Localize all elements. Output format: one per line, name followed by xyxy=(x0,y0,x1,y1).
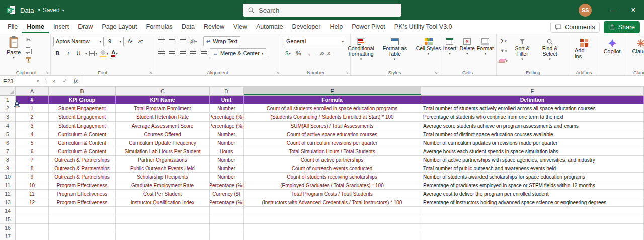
menu-tab-help[interactable]: Help xyxy=(325,21,347,33)
cell-A9[interactable]: 8 xyxy=(16,164,49,173)
cell-B6[interactable]: Curriculum & Content xyxy=(49,139,116,147)
cell-C4[interactable]: Average Assessment Score xyxy=(116,122,210,130)
accounting-format-button[interactable]: $▾ xyxy=(284,49,292,58)
menu-tab-data[interactable]: Data xyxy=(177,21,199,33)
align-right-button[interactable] xyxy=(178,49,187,58)
cell-E2[interactable]: Count of all students enrolled in space … xyxy=(244,104,421,113)
cell-E13[interactable]: (Instructors with Advanced Credentials /… xyxy=(244,198,421,207)
cell-D11[interactable]: Percentage (%) xyxy=(210,181,244,190)
insert-function-button[interactable]: fx xyxy=(70,77,82,85)
cell-A14[interactable] xyxy=(16,207,49,215)
cell-B17[interactable] xyxy=(49,232,116,240)
cell-E11[interactable]: (Employed Graduates / Total Graduates) *… xyxy=(244,181,421,190)
cell-B14[interactable] xyxy=(49,207,116,215)
cell-E6[interactable]: Count of curriculum revisions per quarte… xyxy=(244,139,421,147)
column-header-C[interactable]: C xyxy=(116,87,210,96)
cell-A13[interactable]: 12 xyxy=(16,198,49,207)
share-button[interactable]: Share xyxy=(604,21,640,33)
cell-D17[interactable] xyxy=(210,232,244,240)
row-header-6[interactable]: 6 xyxy=(0,139,16,147)
cell-F15[interactable] xyxy=(421,215,644,224)
increase-decimal-button[interactable]: ←.0 xyxy=(315,49,324,58)
column-header-A[interactable]: A xyxy=(16,87,49,96)
cell-E14[interactable] xyxy=(244,207,421,215)
cell-A17[interactable] xyxy=(16,232,49,240)
menu-tab-draw[interactable]: Draw xyxy=(73,21,97,33)
cell-E15[interactable] xyxy=(244,215,421,224)
cell-A3[interactable]: 2 xyxy=(16,113,49,122)
enter-button[interactable]: ✓ xyxy=(59,78,70,84)
alignment-dialog-launcher[interactable]: ↘ xyxy=(276,70,279,75)
cell-A8[interactable]: 7 xyxy=(16,156,49,164)
menu-tab-page-layout[interactable]: Page Layout xyxy=(97,21,141,33)
cell-F12[interactable]: Average cost to deliver the program per … xyxy=(421,190,644,198)
cell-B7[interactable]: Curriculum & Content xyxy=(49,147,116,156)
cell-D3[interactable]: Percentage (%) xyxy=(210,113,244,122)
borders-button[interactable]: ▾ xyxy=(89,49,98,58)
cell-C7[interactable]: Simulation Lab Hours Per Student xyxy=(116,147,210,156)
number-format-combobox[interactable]: General ▾ xyxy=(284,37,346,46)
cell-E12[interactable]: Total Program Costs / Total Students xyxy=(244,190,421,198)
clear-button[interactable]: ▾ xyxy=(499,56,508,65)
column-header-F[interactable]: F xyxy=(421,87,644,96)
cell-D6[interactable]: Number xyxy=(210,139,244,147)
copilot-button[interactable]: Copilot xyxy=(601,38,623,55)
paste-button[interactable]: Paste ▾ xyxy=(5,35,23,64)
menu-tab-insert[interactable]: Insert xyxy=(49,21,73,33)
cut-button[interactable]: ✂ xyxy=(24,35,33,44)
cell-D9[interactable]: Number xyxy=(210,164,244,173)
menu-tab-power-pivot[interactable]: Power Pivot xyxy=(347,21,390,33)
cell-C12[interactable]: Cost Per Student xyxy=(116,190,210,198)
cell-C9[interactable]: Public Outreach Events Held xyxy=(116,164,210,173)
cell-A10[interactable]: 9 xyxy=(16,173,49,181)
wrap-text-button[interactable]: ↵ Wrap Text xyxy=(203,36,240,46)
avatar[interactable]: SS xyxy=(579,4,592,17)
orientation-button[interactable]: ab▾ xyxy=(189,37,197,46)
row-header-14[interactable]: 14 xyxy=(0,207,16,215)
cell-D12[interactable]: Currency ($) xyxy=(210,190,244,198)
cell-F7[interactable]: Average hours each student spends in spa… xyxy=(421,147,644,156)
cell-D8[interactable]: Number xyxy=(210,156,244,164)
align-left-button[interactable] xyxy=(157,49,166,58)
menu-tab-formulas[interactable]: Formulas xyxy=(142,21,177,33)
cell-E5[interactable]: Count of active space education courses xyxy=(244,130,421,139)
document-title[interactable]: Data xyxy=(20,7,34,14)
align-bottom-button[interactable] xyxy=(178,37,187,46)
cell-C2[interactable]: Total Program Enrollment xyxy=(116,104,210,113)
decrease-indent-button[interactable] xyxy=(189,49,197,58)
menu-tab-developer[interactable]: Developer xyxy=(287,21,325,33)
cell-B4[interactable]: Student Engagement xyxy=(49,122,116,130)
cell-A5[interactable]: 4 xyxy=(16,130,49,139)
cell-B10[interactable]: Outreach & Partnerships xyxy=(49,173,116,181)
row-header-12[interactable]: 12 xyxy=(0,190,16,198)
cell-D16[interactable] xyxy=(210,224,244,232)
row-header-13[interactable]: 13 xyxy=(0,198,16,207)
row-header-17[interactable]: 17 xyxy=(0,232,16,240)
cell-E16[interactable] xyxy=(244,224,421,232)
font-dialog-launcher[interactable]: ↘ xyxy=(149,70,152,75)
cell-C3[interactable]: Student Retention Rate xyxy=(116,113,210,122)
insert-cells-button[interactable]: Insert ▾ xyxy=(442,38,458,55)
menu-tab-home[interactable]: Home xyxy=(22,21,49,33)
row-header-7[interactable]: 7 xyxy=(0,147,16,156)
fill-button[interactable]: ▼▾ xyxy=(499,46,508,55)
cell-C13[interactable]: Instructor Qualification Index xyxy=(116,198,210,207)
cell-E10[interactable]: Count of students receiving scholarships xyxy=(244,173,421,181)
cell-E1[interactable]: Formula xyxy=(244,96,421,104)
cell-F9[interactable]: Total number of public outreach and awar… xyxy=(421,164,644,173)
cell-D1[interactable]: Unit xyxy=(210,96,244,104)
format-as-table-button[interactable]: Format as Table ▾ xyxy=(379,38,411,61)
cell-B15[interactable] xyxy=(49,215,116,224)
cell-C11[interactable]: Graduate Employment Rate xyxy=(116,181,210,190)
cell-B12[interactable]: Program Effectiveness xyxy=(49,190,116,198)
cell-B9[interactable]: Outreach & Partnerships xyxy=(49,164,116,173)
cell-A6[interactable]: 5 xyxy=(16,139,49,147)
cell-F1[interactable]: Definition xyxy=(421,96,644,104)
font-size-combobox[interactable]: 9 ▾ xyxy=(106,37,124,46)
cancel-button[interactable]: × xyxy=(48,78,59,84)
column-header-D[interactable]: D xyxy=(210,87,244,96)
italic-button[interactable]: I xyxy=(64,49,72,58)
fill-color-button[interactable]: ▾ xyxy=(100,49,109,58)
sort-filter-button[interactable]: Sort & Filter ▾ xyxy=(509,38,535,65)
copy-button[interactable] xyxy=(24,45,33,54)
